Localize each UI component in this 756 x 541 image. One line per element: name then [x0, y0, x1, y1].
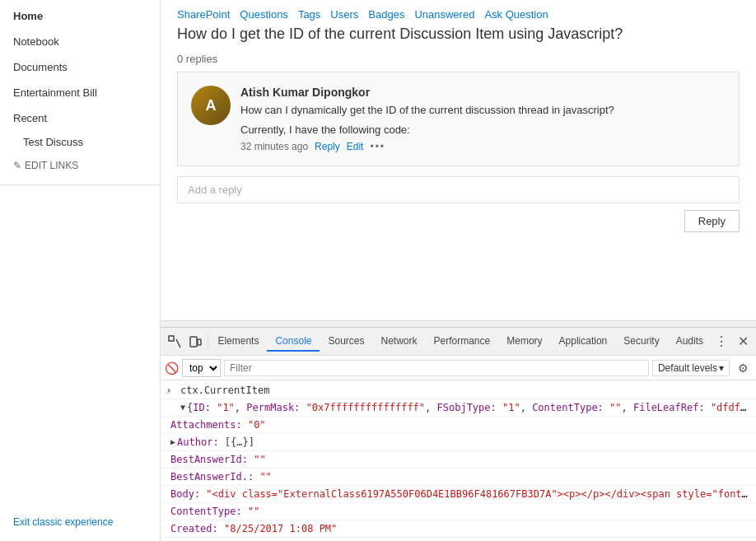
page-title: How do I get the ID of the current Discu… — [161, 24, 756, 49]
nav-tags[interactable]: Tags — [298, 8, 320, 21]
sidebar-item-notebook[interactable]: Notebook — [0, 29, 160, 54]
console-best-answer-id2-text: BestAnswerId.: "" — [170, 469, 749, 484]
sidebar: Home Notebook Documents Entertainment Bi… — [0, 0, 161, 541]
console-best-answer-id-text: BestAnswerId: "" — [170, 452, 749, 467]
sidebar-edit-links[interactable]: ✎ EDIT LINKS — [0, 153, 160, 178]
svg-rect-2 — [190, 337, 197, 347]
console-line-created: Created: "8/25/2017 1:08 PM" — [161, 520, 756, 538]
devtools-toolbar: Elements Console Sources Network Perform… — [161, 328, 756, 356]
nav-unanswered[interactable]: Unanswered — [414, 8, 474, 21]
tab-elements[interactable]: Elements — [209, 332, 267, 352]
console-line-best-answer-id: BestAnswerId: "" — [161, 451, 756, 469]
console-line-author[interactable]: ▶ Author: [{…}] — [161, 434, 756, 451]
reply-button[interactable]: Reply — [684, 210, 740, 232]
thread-meta: 32 minutes ago Reply Edit ••• — [240, 141, 726, 152]
console-settings-gear-icon[interactable]: ⚙ — [733, 358, 753, 378]
devtools-inspect-btn[interactable] — [164, 330, 184, 353]
thread-content-line1: How can I dynamically get the ID of the … — [240, 102, 726, 119]
pencil-icon: ✎ — [13, 160, 21, 171]
tab-network[interactable]: Network — [373, 332, 426, 352]
thread-body: Atish Kumar Dipongkor How can I dynamica… — [240, 86, 726, 152]
tab-performance[interactable]: Performance — [426, 332, 499, 352]
console-line-created2: Created.: "2017-08-25 13:08:49" — [161, 538, 756, 541]
console-line-output-obj[interactable]: ▼ {ID: "1", PermMask: "0x7ffffffffffffff… — [161, 399, 756, 417]
nav-badges[interactable]: Badges — [368, 8, 404, 21]
console-body-text: Body: "<div class="ExternalClass6197A550… — [170, 487, 749, 501]
sidebar-item-documents[interactable]: Documents — [0, 54, 160, 80]
tab-audits[interactable]: Audits — [668, 332, 712, 352]
devtools-toolbar-right: ⋮ ✕ — [712, 332, 753, 352]
console-prompt-symbol: › — [166, 383, 172, 398]
nav-users[interactable]: Users — [330, 8, 358, 21]
devtools-close-icon[interactable]: ✕ — [733, 332, 753, 352]
devtools-device-btn[interactable] — [184, 330, 205, 353]
horizontal-scrollbar[interactable] — [161, 320, 756, 327]
content-area: SharePoint Questions Tags Users Badges U… — [161, 0, 756, 541]
console-created-text: Created: "8/25/2017 1:08 PM" — [170, 521, 749, 536]
avatar-image: A — [191, 86, 231, 125]
console-attachments-text: Attachments: "0" — [170, 417, 749, 432]
levels-chevron-icon: ▾ — [719, 362, 724, 374]
console-bar: 🚫 top Default levels ▾ ⚙ — [161, 356, 756, 380]
avatar: A — [191, 86, 231, 125]
tab-application[interactable]: Application — [551, 332, 616, 352]
console-filter-input[interactable] — [224, 360, 649, 376]
sidebar-item-entertainment-bill[interactable]: Entertainment Bill — [0, 80, 160, 105]
nav-questions[interactable]: Questions — [240, 8, 288, 21]
svg-rect-3 — [198, 339, 201, 345]
tab-sources[interactable]: Sources — [320, 332, 372, 352]
nav-bar: SharePoint Questions Tags Users Badges U… — [161, 0, 756, 24]
sidebar-exit[interactable]: Exit classic experience — [0, 503, 160, 541]
nav-sharepoint[interactable]: SharePoint — [177, 8, 230, 21]
svg-rect-0 — [169, 336, 174, 341]
tab-security[interactable]: Security — [615, 332, 667, 352]
console-line-attachments: Attachments: "0" — [161, 417, 756, 434]
tab-sep — [208, 333, 208, 350]
reply-btn-container: Reply — [177, 210, 740, 232]
expand-author-icon[interactable]: ▶ — [170, 435, 175, 450]
sidebar-divider — [0, 184, 160, 185]
console-line-body: Body: "<div class="ExternalClass6197A550… — [161, 486, 756, 503]
console-context-select[interactable]: top — [182, 359, 221, 377]
svg-line-1 — [176, 339, 180, 347]
thread-content-line2: Currently, I have the following code: — [240, 122, 726, 138]
sidebar-item-home[interactable]: Home — [0, 3, 160, 29]
expand-icon[interactable]: ▼ — [180, 400, 185, 415]
tab-console[interactable]: Console — [267, 332, 320, 352]
scroll-area[interactable]: SharePoint Questions Tags Users Badges U… — [161, 0, 756, 320]
thread-time: 32 minutes ago — [240, 141, 308, 152]
console-line-input: › ctx.CurrentItem — [161, 382, 756, 399]
console-output: › ctx.CurrentItem ▼ {ID: "1", PermMask: … — [161, 380, 756, 541]
sidebar-item-recent[interactable]: Recent — [0, 105, 160, 131]
console-line-content-type: ContentType: "" — [161, 503, 756, 520]
console-obj-text: {ID: "1", PermMask: "0x7fffffffffffffff"… — [187, 400, 749, 415]
sidebar-sub-item-test-discuss[interactable]: Test Discuss — [0, 131, 160, 153]
console-line-best-answer-id2: BestAnswerId.: "" — [161, 469, 756, 486]
thread-edit-link[interactable]: Edit — [347, 141, 364, 152]
nav-ask-question[interactable]: Ask Question — [484, 8, 548, 21]
replies-count: 0 replies — [161, 49, 756, 72]
console-content-type-text: ContentType: "" — [170, 504, 749, 519]
devtools-panel: Elements Console Sources Network Perform… — [161, 327, 756, 541]
reply-box[interactable]: Add a reply — [177, 176, 740, 203]
thread-more-options[interactable]: ••• — [370, 141, 385, 152]
thread-author: Atish Kumar Dipongkor — [240, 86, 726, 99]
console-input-text: ctx.CurrentItem — [180, 383, 749, 398]
thread-container: A Atish Kumar Dipongkor How can I dynami… — [177, 72, 740, 166]
thread-reply-link[interactable]: Reply — [315, 141, 340, 152]
console-levels-dropdown[interactable]: Default levels ▾ — [652, 360, 730, 376]
tab-memory[interactable]: Memory — [498, 332, 550, 352]
no-entry-icon[interactable]: 🚫 — [164, 361, 179, 375]
devtools-more-icon[interactable]: ⋮ — [712, 332, 731, 352]
console-author-text: Author: [{…}] — [177, 435, 749, 450]
